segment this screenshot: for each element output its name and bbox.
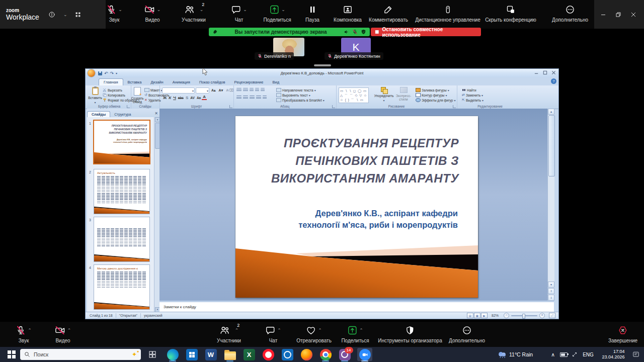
apps-grid-icon[interactable]	[75, 12, 81, 18]
scroll-thumb[interactable]	[548, 115, 555, 176]
weather-text[interactable]: 11°C Rain	[509, 347, 544, 362]
slide-sorter-button[interactable]: ▦	[474, 313, 480, 318]
shape-outline-button[interactable]: Контур фигуры▾	[416, 93, 455, 98]
chat-button[interactable]: ⌃ Чат	[265, 325, 281, 343]
annotate-button[interactable]: Комментировать	[369, 4, 408, 23]
slide-editing-area[interactable]: ПРОЄКТУВАННЯ РЕЦЕПТУР ПЕЧІНКОВИХ ПАШТЕТІ…	[159, 109, 547, 301]
smartart-button[interactable]: Преобразовать в SmartArt▾	[276, 98, 325, 103]
fit-to-window-button[interactable]: ⤢	[549, 313, 555, 318]
align-center-button[interactable]	[243, 96, 248, 100]
participants-button[interactable]: 2 ⌄ Участники	[182, 4, 206, 23]
grow-font-button[interactable]: A▴	[210, 88, 217, 93]
columns-button[interactable]	[263, 96, 267, 100]
task-view-button[interactable]	[145, 347, 160, 362]
current-slide[interactable]: ПРОЄКТУВАННЯ РЕЦЕПТУР ПЕЧІНКОВИХ ПАШТЕТІ…	[235, 116, 478, 298]
strikethrough-button[interactable]: abc	[177, 96, 185, 100]
share-chevron-icon[interactable]: ⌃	[359, 325, 363, 336]
start-button[interactable]	[4, 347, 19, 362]
react-button[interactable]: ⌃ Отреагировать	[296, 325, 332, 343]
align-text-button[interactable]: Выровнять текст▾	[276, 93, 325, 98]
taskbar-app-edge[interactable]	[164, 347, 181, 362]
share-chevron-icon[interactable]: ⌄	[281, 4, 285, 15]
minimize-icon[interactable]	[601, 12, 606, 17]
panel-close-icon[interactable]: ✕	[154, 111, 158, 116]
zoom-slider[interactable]: − +	[504, 313, 545, 318]
replace-button[interactable]: ⇄ Заменить▾	[462, 93, 484, 98]
bold-button[interactable]: Ж	[162, 96, 168, 100]
slide-thumbnail-1[interactable]: ПРОЄКТУВАННЯ РЕЦЕПТУР ПЕЧІНКОВИХ ПАШТЕТІ…	[94, 121, 149, 163]
tab-slideshow[interactable]: Показ слайдов	[195, 79, 230, 85]
pause-share-button[interactable]: Пауза	[305, 4, 319, 23]
tab-view[interactable]: Вид	[268, 79, 284, 85]
video-chevron-icon[interactable]: ⌄	[157, 4, 161, 15]
taskbar-app-explorer[interactable]	[221, 347, 238, 362]
notes-pane[interactable]: Заметки к слайду	[159, 301, 554, 312]
taskbar-app-viber[interactable]: 14	[336, 347, 353, 362]
ppt-minimize-icon[interactable]	[534, 70, 539, 75]
share-button[interactable]: ⌄ Поделиться	[263, 4, 291, 23]
tab-outline-panel[interactable]: Структура	[110, 112, 135, 117]
taskbar-app-firefox[interactable]	[298, 347, 315, 362]
help-icon[interactable]: ?	[551, 78, 556, 84]
shapes-gallery[interactable]: ▭ ∖ ∖ ◻ ◯ ▭ △ ⌒ ⌒ ◇ ▽ ☆ ☆ ( ) ⌒ ∖ ▭	[339, 87, 369, 103]
clock[interactable]: 17:04 23.04.2026	[598, 347, 629, 362]
paste-dropdown-icon[interactable]: ▾	[94, 101, 96, 104]
line-spacing-button[interactable]	[261, 88, 265, 92]
shape-effects-button[interactable]: Эффекты для фигур▾	[416, 98, 455, 103]
video-button[interactable]: ⌃ Видео	[55, 325, 71, 343]
previous-slide-button[interactable]: ⇑	[548, 288, 554, 294]
dialog-launcher-icon[interactable]	[453, 105, 456, 108]
shadow-button[interactable]: S	[185, 96, 189, 100]
brand-chevron-icon[interactable]: ⌄	[63, 9, 67, 20]
tab-insert[interactable]: Вставка	[123, 79, 146, 85]
quick-styles-button[interactable]: Экспресс-стили	[393, 87, 414, 101]
shrink-font-button[interactable]: A▾	[218, 88, 224, 93]
share-button[interactable]: ⌃ Поделиться	[341, 325, 369, 343]
arrange-button[interactable]: Упорядочить ▾	[375, 87, 392, 102]
panel-scrollbar[interactable]: ▲ ▼	[154, 117, 159, 312]
slide-title[interactable]: ПРОЄКТУВАННЯ РЕЦЕПТУР ПЕЧІНКОВИХ ПАШТЕТІ…	[258, 134, 459, 187]
thumbnails-drag-handle[interactable]	[314, 64, 331, 66]
next-slide-button[interactable]: ⇓	[548, 295, 554, 301]
decrease-indent-button[interactable]	[250, 88, 254, 92]
change-case-button[interactable]: Aa	[196, 96, 202, 100]
align-right-button[interactable]	[250, 96, 255, 100]
end-meeting-button[interactable]: Завершение	[608, 325, 637, 343]
ppt-close-icon[interactable]	[551, 70, 556, 75]
tab-animation[interactable]: Анимация	[168, 79, 195, 85]
stop-share-button[interactable]: Остановить совместное использование	[371, 28, 481, 36]
zoom-out-icon[interactable]: −	[504, 313, 509, 318]
underline-button[interactable]: Ч	[172, 96, 177, 100]
scroll-down-icon[interactable]: ▼	[548, 282, 554, 288]
taskbar-app-zoom[interactable]	[355, 347, 374, 362]
char-spacing-button[interactable]: AV	[189, 96, 196, 100]
paste-button[interactable]: Вставить ▾	[88, 87, 103, 104]
audio-chevron-icon[interactable]: ⌄	[118, 4, 122, 15]
increase-indent-button[interactable]	[255, 88, 259, 92]
weather-icon[interactable]	[496, 347, 509, 362]
more-button[interactable]: Дополнительно	[552, 4, 588, 23]
hide-conference-button[interactable]: Скрыть конференцию	[485, 4, 536, 23]
tray-expand-icon[interactable]: ∧	[548, 347, 557, 362]
network-icon[interactable]	[570, 347, 580, 362]
select-button[interactable]: ⇱ Выделить▾	[462, 98, 484, 103]
tab-slides-panel[interactable]: Слайды	[87, 111, 110, 117]
font-size-combo[interactable]: ▾	[196, 87, 209, 94]
audio-button[interactable]: ⌃ Звук	[16, 325, 32, 343]
ppt-maximize-icon[interactable]	[543, 70, 547, 75]
tab-design[interactable]: Дизайн	[146, 79, 168, 85]
taskbar-app-opera[interactable]	[260, 347, 277, 362]
more-button[interactable]: Дополнительно	[449, 325, 485, 343]
zoom-knob[interactable]	[522, 314, 525, 319]
chat-button[interactable]: ⌄ Чат	[231, 4, 247, 23]
taskbar-app-store[interactable]	[183, 347, 200, 362]
dialog-launcher-icon[interactable]	[229, 105, 232, 108]
normal-view-button[interactable]: ▤	[467, 313, 473, 318]
dialog-launcher-icon[interactable]	[127, 105, 130, 108]
slide-thumbnail-4[interactable]: Метою даного дослідження є	[94, 265, 149, 309]
taskbar-app-chrome[interactable]	[317, 347, 334, 362]
text-direction-button[interactable]: Направление текста▾	[276, 87, 325, 93]
ppt-titlebar[interactable]: ↶ ↷ ▾ Дерев'янко К.В_доповідь - Microsof…	[86, 69, 558, 77]
numbering-button[interactable]	[243, 88, 248, 92]
video-button[interactable]: ⌄ Видео	[144, 4, 161, 23]
